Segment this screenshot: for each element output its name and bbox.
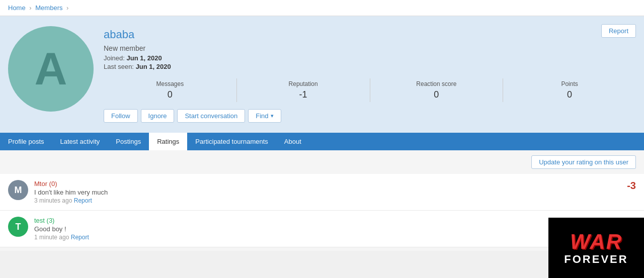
stats-row: Messages 0 Reputation -1 Reaction score … bbox=[104, 78, 636, 102]
rating-report-link-1[interactable]: Report bbox=[74, 197, 92, 204]
rating-username-1: Mtor (0) bbox=[34, 180, 636, 188]
breadcrumb-sep1: › bbox=[29, 4, 31, 12]
stat-points-value: 0 bbox=[503, 89, 636, 100]
content-area: Update your rating on this user M Mtor (… bbox=[0, 150, 644, 251]
stat-reputation-label: Reputation bbox=[237, 80, 370, 87]
rating-meta-1: 3 minutes ago Report bbox=[34, 197, 636, 204]
stat-reputation: Reputation -1 bbox=[237, 78, 370, 102]
update-rating-button[interactable]: Update your rating on this user bbox=[531, 155, 636, 169]
tab-participated-tournaments[interactable]: Participated tournaments bbox=[187, 133, 276, 150]
stat-points: Points 0 bbox=[503, 78, 636, 102]
breadcrumb-home[interactable]: Home bbox=[8, 4, 26, 12]
tab-latest-activity[interactable]: Latest activity bbox=[52, 133, 108, 150]
war-text: WAR bbox=[564, 230, 628, 251]
find-button[interactable]: Find bbox=[248, 109, 281, 123]
follow-button[interactable]: Follow bbox=[104, 109, 138, 123]
rating-comment-1: I don't like him very much bbox=[34, 189, 636, 196]
rating-comment-2: Good boy ! bbox=[34, 225, 636, 233]
action-buttons: Follow Ignore Start conversation Find bbox=[104, 109, 636, 123]
tab-about[interactable]: About bbox=[276, 133, 309, 150]
tab-profile-posts[interactable]: Profile posts bbox=[0, 133, 52, 150]
stat-messages-value: 0 bbox=[104, 89, 236, 100]
breadcrumb-members[interactable]: Members bbox=[35, 4, 62, 12]
rating-user-avatar-2: T bbox=[8, 217, 28, 237]
stat-reaction-score: Reaction score 0 bbox=[370, 78, 504, 102]
avatar-letter: A bbox=[35, 43, 67, 95]
rating-entry: M Mtor (0) I don't like him very much 3 … bbox=[0, 174, 644, 211]
rating-content-1: Mtor (0) I don't like him very much 3 mi… bbox=[34, 180, 636, 204]
last-seen-label: Last seen: bbox=[104, 63, 134, 70]
rating-time-1: 3 minutes ago bbox=[34, 197, 72, 204]
stat-points-label: Points bbox=[503, 80, 636, 87]
rating-score-1: -3 bbox=[627, 180, 636, 192]
profile-username: ababa bbox=[104, 28, 636, 41]
stat-messages: Messages 0 bbox=[104, 78, 237, 102]
joined-label: Joined: bbox=[104, 54, 125, 62]
avatar: A bbox=[8, 26, 94, 112]
tab-ratings[interactable]: Ratings bbox=[149, 133, 187, 150]
rating-time-2: 1 minute ago bbox=[34, 234, 69, 241]
stat-reaction-score-label: Reaction score bbox=[370, 80, 503, 87]
report-button[interactable]: Report bbox=[601, 24, 636, 38]
breadcrumb-sep2: › bbox=[66, 4, 68, 12]
start-conversation-button[interactable]: Start conversation bbox=[177, 109, 245, 123]
joined-date: Jun 1, 2020 bbox=[127, 54, 162, 62]
last-seen-date: Jun 1, 2020 bbox=[136, 63, 171, 70]
rating-meta-2: 1 minute ago Report bbox=[34, 234, 636, 241]
rating-report-link-2[interactable]: Report bbox=[71, 234, 89, 241]
tab-postings[interactable]: Postings bbox=[108, 133, 149, 150]
stat-messages-label: Messages bbox=[104, 80, 236, 87]
profile-header: A ababa New member Joined: Jun 1, 2020 L… bbox=[0, 16, 644, 133]
war-forever-banner: WAR FOREVER bbox=[548, 218, 644, 251]
profile-last-seen: Last seen: Jun 1, 2020 bbox=[104, 63, 636, 70]
stat-reputation-value: -1 bbox=[237, 89, 370, 100]
rating-username-2: test (3) bbox=[34, 217, 636, 224]
ignore-button[interactable]: Ignore bbox=[141, 109, 175, 123]
rating-user-link-2[interactable]: test (3) bbox=[34, 217, 54, 224]
breadcrumb: Home › Members › bbox=[0, 0, 644, 16]
profile-info: ababa New member Joined: Jun 1, 2020 Las… bbox=[104, 26, 636, 123]
rating-entry-2: T test (3) Good boy ! 1 minute ago Repor… bbox=[0, 211, 644, 247]
nav-tabs: Profile posts Latest activity Postings R… bbox=[0, 133, 644, 150]
rating-user-link-1[interactable]: Mtor (0) bbox=[34, 180, 57, 188]
profile-joined: Joined: Jun 1, 2020 bbox=[104, 54, 636, 62]
rating-content-2: test (3) Good boy ! 1 minute ago Report bbox=[34, 217, 636, 241]
stat-reaction-score-value: 0 bbox=[370, 89, 503, 100]
profile-role: New member bbox=[104, 44, 636, 52]
update-rating-bar: Update your rating on this user bbox=[0, 150, 644, 174]
rating-user-avatar-1: M bbox=[8, 180, 28, 200]
